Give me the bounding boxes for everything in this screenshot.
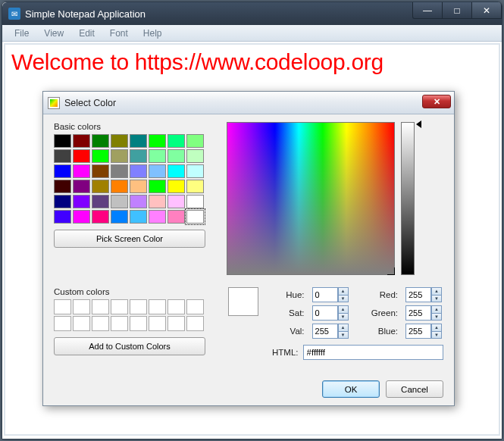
maximize-button[interactable]: □ xyxy=(442,2,472,19)
basic-swatch[interactable] xyxy=(92,195,109,208)
down-icon[interactable]: ▼ xyxy=(338,313,349,321)
custom-swatch[interactable] xyxy=(167,299,185,314)
custom-swatch[interactable] xyxy=(111,316,128,331)
titlebar[interactable]: ✉ Simple Notepad Application — □ ✕ xyxy=(2,2,502,25)
up-icon[interactable]: ▲ xyxy=(338,324,349,331)
down-icon[interactable]: ▼ xyxy=(338,331,349,339)
basic-swatch[interactable] xyxy=(111,210,128,224)
basic-swatch[interactable] xyxy=(130,149,147,163)
custom-swatch[interactable] xyxy=(149,316,166,331)
basic-swatch[interactable] xyxy=(167,149,185,163)
basic-swatch[interactable] xyxy=(149,164,166,178)
basic-swatch[interactable] xyxy=(130,210,147,224)
basic-swatch[interactable] xyxy=(167,180,185,193)
basic-swatch[interactable] xyxy=(149,134,166,148)
add-to-custom-button[interactable]: Add to Custom Colors xyxy=(54,337,205,355)
basic-swatch[interactable] xyxy=(130,164,147,178)
basic-swatch[interactable] xyxy=(92,164,109,178)
basic-swatch[interactable] xyxy=(54,210,71,224)
ok-button[interactable]: OK xyxy=(322,380,380,398)
menu-view[interactable]: View xyxy=(36,27,71,40)
custom-swatch[interactable] xyxy=(130,299,147,314)
basic-swatch[interactable] xyxy=(54,134,71,148)
basic-swatch[interactable] xyxy=(167,195,185,208)
basic-swatch[interactable] xyxy=(130,195,147,208)
basic-swatch[interactable] xyxy=(73,180,90,193)
basic-swatch[interactable] xyxy=(92,134,109,148)
up-icon[interactable]: ▲ xyxy=(338,287,349,295)
basic-swatch[interactable] xyxy=(149,180,166,193)
custom-swatch[interactable] xyxy=(54,299,71,314)
cancel-button[interactable]: Cancel xyxy=(386,380,443,398)
red-input[interactable] xyxy=(405,287,431,302)
menu-edit[interactable]: Edit xyxy=(71,27,102,40)
basic-swatch[interactable] xyxy=(92,180,109,193)
custom-swatch[interactable] xyxy=(73,316,90,331)
dialog-close-button[interactable]: ✕ xyxy=(422,95,451,108)
basic-swatch[interactable] xyxy=(186,195,204,208)
down-icon[interactable]: ▼ xyxy=(431,295,442,303)
basic-swatch[interactable] xyxy=(111,164,128,178)
value-slider[interactable] xyxy=(401,122,415,275)
basic-swatch[interactable] xyxy=(54,149,71,163)
basic-swatch[interactable] xyxy=(130,180,147,193)
blue-spinner[interactable]: ▲▼ xyxy=(405,324,443,339)
basic-swatch[interactable] xyxy=(167,134,185,148)
basic-swatch[interactable] xyxy=(111,149,128,163)
hue-spinner[interactable]: ▲▼ xyxy=(312,287,350,302)
custom-swatch[interactable] xyxy=(54,316,71,331)
basic-swatch[interactable] xyxy=(73,164,90,178)
custom-swatch[interactable] xyxy=(92,316,109,331)
basic-swatch[interactable] xyxy=(149,195,166,208)
custom-swatch[interactable] xyxy=(92,299,109,314)
close-button[interactable]: ✕ xyxy=(471,2,502,19)
basic-swatch[interactable] xyxy=(130,134,147,148)
html-input[interactable] xyxy=(303,345,444,360)
custom-swatch[interactable] xyxy=(186,316,204,331)
basic-swatch[interactable] xyxy=(54,180,71,193)
basic-swatch[interactable] xyxy=(111,195,128,208)
custom-swatch[interactable] xyxy=(167,316,185,331)
down-icon[interactable]: ▼ xyxy=(431,313,442,321)
basic-swatch[interactable] xyxy=(54,164,71,178)
basic-swatch[interactable] xyxy=(186,164,204,178)
down-icon[interactable]: ▼ xyxy=(338,295,349,303)
basic-swatch[interactable] xyxy=(92,210,109,224)
basic-swatch[interactable] xyxy=(186,180,204,193)
pick-screen-color-button[interactable]: Pick Screen Color xyxy=(54,230,205,248)
basic-swatch[interactable] xyxy=(149,210,166,224)
basic-swatch[interactable] xyxy=(167,210,185,224)
up-icon[interactable]: ▲ xyxy=(338,305,349,313)
basic-swatch[interactable] xyxy=(111,180,128,193)
hue-input[interactable] xyxy=(312,287,338,302)
sat-input[interactable] xyxy=(312,305,338,321)
basic-swatch[interactable] xyxy=(73,195,90,208)
custom-swatch[interactable] xyxy=(111,299,128,314)
saturation-value-picker[interactable] xyxy=(227,122,395,275)
menu-help[interactable]: Help xyxy=(136,27,170,40)
basic-swatch[interactable] xyxy=(54,195,71,208)
custom-swatch[interactable] xyxy=(130,316,147,331)
up-icon[interactable]: ▲ xyxy=(431,287,442,295)
minimize-button[interactable]: — xyxy=(412,2,443,19)
down-icon[interactable]: ▼ xyxy=(431,331,442,339)
basic-swatch[interactable] xyxy=(186,134,204,148)
basic-swatch[interactable] xyxy=(92,149,109,163)
dialog-titlebar[interactable]: Select Color ✕ xyxy=(43,92,454,114)
green-input[interactable] xyxy=(405,305,431,321)
sat-spinner[interactable]: ▲▼ xyxy=(312,305,350,321)
custom-swatch[interactable] xyxy=(186,299,204,314)
up-icon[interactable]: ▲ xyxy=(431,305,442,313)
custom-swatch[interactable] xyxy=(149,299,166,314)
basic-swatch[interactable] xyxy=(73,134,90,148)
custom-swatch[interactable] xyxy=(73,299,90,314)
blue-input[interactable] xyxy=(405,324,431,339)
basic-swatch[interactable] xyxy=(73,149,90,163)
basic-swatch[interactable] xyxy=(167,164,185,178)
up-icon[interactable]: ▲ xyxy=(431,324,442,331)
red-spinner[interactable]: ▲▼ xyxy=(405,287,443,302)
basic-swatch[interactable] xyxy=(73,210,90,224)
menu-font[interactable]: Font xyxy=(102,27,136,40)
menu-file[interactable]: File xyxy=(7,27,36,40)
basic-swatch[interactable] xyxy=(111,134,128,148)
